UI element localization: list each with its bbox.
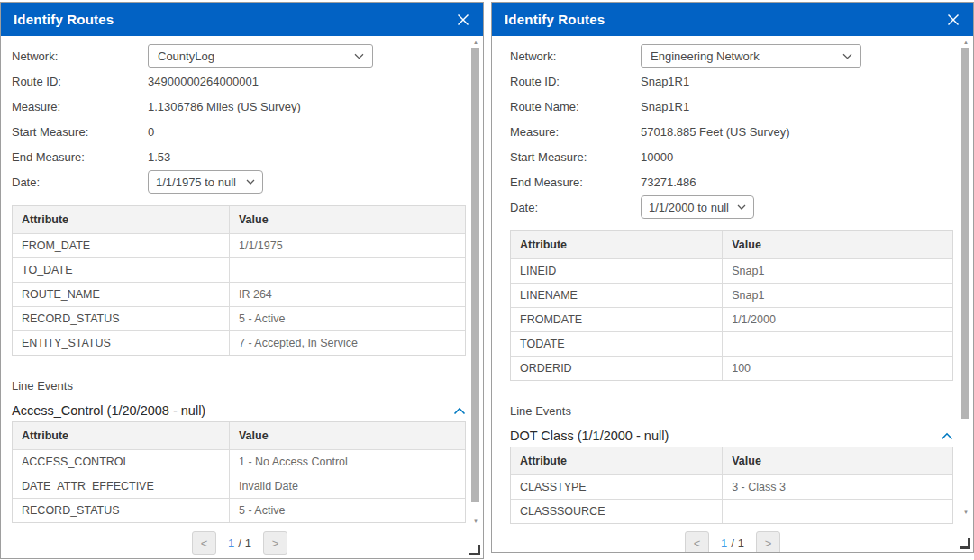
table-row: RECORD_STATUS 5 - Active bbox=[13, 306, 465, 330]
total-pages: 1 bbox=[245, 537, 251, 550]
line-event-section-title: DOT Class (1/1/2000 - null) bbox=[510, 429, 669, 443]
table-row: FROMDATE 1/1/2000 bbox=[511, 307, 952, 331]
route-attribute-table: Attribute Value FROM_DATE 1/1/1975 TO_DA… bbox=[12, 205, 466, 356]
table-row: RECORD_STATUS 5 - Active bbox=[13, 498, 465, 522]
close-button[interactable] bbox=[455, 12, 471, 28]
value-column-header: Value bbox=[230, 422, 465, 449]
attribute-column-header: Attribute bbox=[13, 206, 230, 233]
line-events-label: Line Events bbox=[510, 403, 955, 419]
resize-handle[interactable] bbox=[469, 545, 480, 555]
route-name-label: Route Name: bbox=[510, 100, 641, 113]
field-row-route-id: Route ID: 34900000264000001 bbox=[12, 68, 468, 94]
scroll-up-arrow-icon[interactable]: ▲ bbox=[471, 39, 480, 46]
field-row-end-measure: End Measure: 73271.486 bbox=[510, 169, 955, 194]
resize-handle[interactable] bbox=[960, 538, 970, 549]
line-event-section-title: Access_Control (1/20/2008 - null) bbox=[12, 403, 205, 418]
collapse-section-button[interactable] bbox=[941, 432, 955, 440]
chevron-down-icon bbox=[354, 53, 364, 59]
line-events-label: Line Events bbox=[12, 378, 468, 393]
table-header-row: Attribute Value bbox=[511, 447, 952, 474]
table-row: TODATE bbox=[511, 331, 952, 356]
date-select[interactable]: 1/1/1975 to null bbox=[148, 170, 263, 194]
scrollbar-thumb[interactable] bbox=[961, 48, 969, 419]
next-page-button[interactable]: > bbox=[263, 531, 287, 555]
panel-header: Identify Routes bbox=[1, 3, 483, 36]
value-cell: 5 - Active bbox=[230, 307, 465, 330]
table-row: ENTITY_STATUS 7 - Accepted, In Service bbox=[13, 330, 465, 355]
field-row-network: Network: CountyLog bbox=[12, 43, 468, 68]
value-cell bbox=[230, 258, 465, 282]
start-measure-value: 0 bbox=[148, 125, 154, 139]
field-row-start-measure: Start Measure: 0 bbox=[12, 119, 468, 144]
scroll-down-arrow-icon[interactable]: ▼ bbox=[471, 518, 480, 525]
field-row-measure: Measure: 1.1306786 Miles (US Survey) bbox=[12, 94, 468, 119]
current-page: 1 bbox=[721, 537, 727, 550]
attribute-cell: ENTITY_STATUS bbox=[13, 331, 230, 355]
attribute-cell: FROM_DATE bbox=[13, 234, 230, 257]
network-select[interactable]: Engineering Network bbox=[641, 44, 861, 68]
value-cell: 1/1/1975 bbox=[230, 234, 465, 257]
collapse-section-button[interactable] bbox=[453, 407, 468, 415]
table-row: TO_DATE bbox=[13, 257, 465, 282]
value-cell bbox=[723, 500, 952, 523]
attribute-cell: RECORD_STATUS bbox=[13, 499, 230, 522]
table-row: ROUTE_NAME IR 264 bbox=[13, 282, 465, 306]
measure-value: 1.1306786 Miles (US Survey) bbox=[148, 100, 301, 113]
scroll-down-arrow-icon[interactable]: ▼ bbox=[961, 509, 970, 516]
close-icon bbox=[456, 13, 470, 27]
attribute-cell: CLASSSOURCE bbox=[511, 500, 723, 523]
attribute-cell: TODATE bbox=[511, 332, 723, 356]
end-measure-label: End Measure: bbox=[510, 176, 641, 189]
value-cell bbox=[723, 332, 952, 356]
start-measure-value: 10000 bbox=[641, 150, 673, 164]
attribute-column-header: Attribute bbox=[511, 231, 723, 258]
network-select[interactable]: CountyLog bbox=[148, 44, 373, 68]
prev-page-button[interactable]: < bbox=[192, 531, 216, 555]
network-select-value: Engineering Network bbox=[651, 50, 760, 63]
chevron-up-icon bbox=[941, 432, 953, 440]
attribute-cell: TO_DATE bbox=[13, 258, 230, 282]
date-select[interactable]: 1/1/2000 to null bbox=[641, 195, 754, 219]
attribute-cell: RECORD_STATUS bbox=[13, 307, 230, 330]
value-cell: 100 bbox=[723, 357, 952, 380]
value-column-header: Value bbox=[723, 231, 952, 258]
panel-header: Identify Routes bbox=[492, 3, 973, 36]
total-pages: 1 bbox=[738, 537, 744, 550]
chevron-down-icon bbox=[246, 179, 255, 185]
panel-body: Network: Engineering Network Route ID: S… bbox=[492, 36, 973, 552]
route-id-value: Snap1R1 bbox=[641, 75, 689, 88]
table-row: LINENAME Snap1 bbox=[511, 283, 952, 307]
attribute-cell: ROUTE_NAME bbox=[13, 283, 230, 306]
attribute-cell: DATE_ATTR_EFFECTIVE bbox=[13, 474, 230, 498]
table-row: FROM_DATE 1/1/1975 bbox=[13, 233, 465, 257]
field-row-date: Date: 1/1/1975 to null bbox=[12, 169, 468, 194]
network-select-value: CountyLog bbox=[158, 50, 214, 63]
attribute-cell: CLASSTYPE bbox=[511, 475, 723, 499]
chevron-up-icon bbox=[453, 407, 466, 415]
scroll-up-arrow-icon[interactable]: ▲ bbox=[961, 39, 970, 46]
page-separator: / bbox=[238, 537, 241, 550]
table-header-row: Attribute Value bbox=[13, 422, 465, 449]
network-label: Network: bbox=[12, 50, 148, 63]
value-cell: 1 - No Access Control bbox=[230, 450, 465, 474]
attribute-cell: ACCESS_CONTROL bbox=[13, 450, 230, 474]
table-row: LINEID Snap1 bbox=[511, 258, 952, 283]
end-measure-value: 1.53 bbox=[148, 150, 170, 164]
attribute-column-header: Attribute bbox=[511, 447, 723, 474]
close-button[interactable] bbox=[945, 12, 961, 28]
prev-page-button[interactable]: < bbox=[685, 531, 709, 552]
pagination: < 1 / 1 > bbox=[12, 531, 468, 555]
scrollbar-thumb[interactable] bbox=[471, 48, 479, 502]
field-row-route-id: Route ID: Snap1R1 bbox=[510, 68, 955, 94]
field-row-network: Network: Engineering Network bbox=[510, 43, 955, 68]
page-separator: / bbox=[731, 537, 734, 550]
route-id-label: Route ID: bbox=[12, 75, 148, 88]
route-attribute-table: Attribute Value LINEID Snap1 LINENAME Sn… bbox=[510, 230, 953, 381]
value-cell: 5 - Active bbox=[230, 499, 465, 522]
route-id-label: Route ID: bbox=[510, 75, 641, 88]
value-cell: Invalid Date bbox=[230, 474, 465, 498]
attribute-cell: LINEID bbox=[511, 259, 723, 283]
next-page-button[interactable]: > bbox=[756, 531, 780, 552]
table-row: DATE_ATTR_EFFECTIVE Invalid Date bbox=[13, 474, 465, 498]
attribute-cell: FROMDATE bbox=[511, 308, 723, 331]
